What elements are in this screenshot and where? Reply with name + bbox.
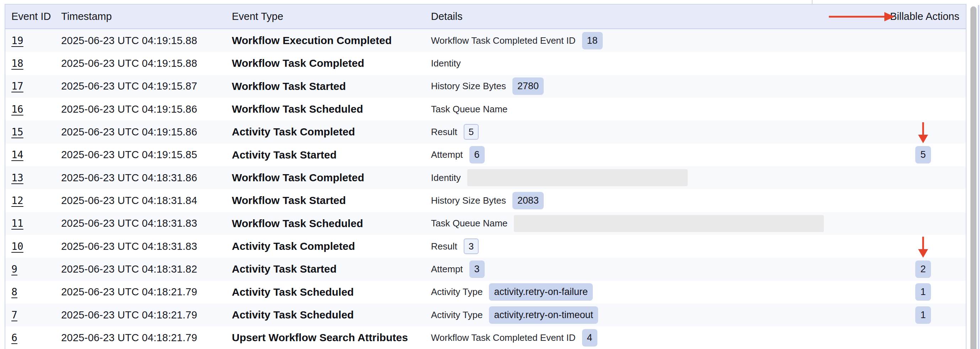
event-id-link[interactable]: 9 [5, 263, 55, 275]
event-type: Workflow Task Started [226, 194, 425, 206]
event-details: Attempt 6 [425, 146, 880, 163]
event-type: Upsert Workflow Search Attributes [226, 332, 425, 344]
event-type: Workflow Task Completed [226, 172, 425, 184]
redacted-value-block [467, 169, 688, 186]
detail-value-badge: 4 [582, 329, 597, 346]
event-details: Result 3 [425, 238, 880, 254]
detail-value-badge: 3 [469, 260, 485, 278]
event-details: History Size Bytes 2780 [425, 78, 880, 95]
column-header-event-id: Event ID [5, 11, 55, 22]
event-details: Identity [425, 58, 880, 69]
event-id-link[interactable]: 19 [5, 35, 55, 46]
detail-label: Attempt [431, 149, 463, 160]
table-row: 15 2025-06-23 UTC 04:19:15.86 Activity T… [5, 121, 966, 143]
detail-label: Attempt [431, 264, 463, 275]
event-details: Attempt 3 [425, 260, 880, 278]
billable-actions-cell [880, 29, 966, 52]
detail-label: Activity Type [431, 309, 482, 320]
detail-label: Task Queue Name [431, 104, 508, 115]
event-id-link[interactable]: 12 [5, 195, 55, 206]
event-timestamp: 2025-06-23 UTC 04:19:15.86 [55, 103, 226, 115]
event-type: Workflow Task Scheduled [226, 217, 425, 230]
event-details: Identity [425, 169, 880, 186]
event-id-link[interactable]: 6 [5, 332, 55, 344]
billable-actions-cell: 5 [880, 144, 966, 166]
detail-label: Identity [431, 58, 461, 69]
detail-label: History Size Bytes [431, 81, 506, 92]
table-row: 7 2025-06-23 UTC 04:18:21.79 Activity Ta… [5, 303, 966, 326]
event-details: Workflow Task Completed Event ID 4 [425, 329, 880, 346]
column-header-event-type: Event Type [226, 11, 425, 22]
table-row: 17 2025-06-23 UTC 04:19:15.87 Workflow T… [5, 75, 966, 98]
table-row: 11 2025-06-23 UTC 04:18:31.83 Workflow T… [5, 212, 966, 235]
event-details: Activity Type activity.retry-on-timeout [425, 306, 880, 324]
detail-value-badge: 2083 [512, 192, 544, 209]
event-type: Activity Task Started [226, 149, 425, 161]
event-details: Task Queue Name [425, 104, 880, 115]
event-id-link[interactable]: 16 [5, 103, 55, 115]
billable-actions-cell [880, 326, 966, 349]
detail-label: History Size Bytes [431, 195, 506, 206]
event-type: Workflow Task Started [226, 80, 425, 92]
billable-actions-cell [880, 121, 966, 143]
detail-value-badge: 5 [464, 124, 479, 140]
billable-actions-cell: 1 [880, 281, 966, 303]
event-details: Activity Type activity.retry-on-failure [425, 283, 880, 301]
table-row: 8 2025-06-23 UTC 04:18:21.79 Activity Ta… [5, 281, 966, 303]
event-type: Activity Task Started [226, 263, 425, 275]
table-body: 19 2025-06-23 UTC 04:19:15.88 Workflow E… [5, 29, 966, 349]
billable-count-badge: 5 [915, 146, 931, 163]
event-id-link[interactable]: 15 [5, 126, 55, 138]
event-id-link[interactable]: 13 [5, 172, 55, 184]
event-type: Activity Task Scheduled [226, 309, 425, 321]
event-details: History Size Bytes 2083 [425, 192, 880, 209]
event-id-link[interactable]: 17 [5, 80, 55, 92]
event-timestamp: 2025-06-23 UTC 04:18:31.84 [55, 195, 226, 206]
red-down-arrow-annotation-icon [917, 236, 929, 258]
event-id-link[interactable]: 18 [5, 57, 55, 69]
event-timestamp: 2025-06-23 UTC 04:19:15.86 [55, 126, 226, 138]
billable-actions-cell [880, 98, 966, 121]
billable-actions-cell [880, 212, 966, 235]
event-id-link[interactable]: 8 [5, 286, 55, 298]
detail-value-badge: 3 [464, 238, 479, 254]
billable-actions-cell: 1 [880, 303, 966, 326]
event-timestamp: 2025-06-23 UTC 04:18:21.79 [55, 309, 226, 321]
billable-count-badge: 1 [915, 306, 931, 324]
billable-actions-cell [880, 235, 966, 258]
table-row: 14 2025-06-23 UTC 04:19:15.85 Activity T… [5, 144, 966, 166]
event-id-link[interactable]: 11 [5, 217, 55, 229]
event-details: Result 5 [425, 124, 880, 140]
billable-actions-cell [880, 189, 966, 212]
table-row: 9 2025-06-23 UTC 04:18:31.82 Activity Ta… [5, 258, 966, 281]
detail-label: Workflow Task Completed Event ID [431, 332, 576, 343]
event-details: Task Queue Name [425, 215, 880, 232]
event-id-link[interactable]: 10 [5, 241, 55, 252]
vertical-scrollbar-thumb[interactable] [970, 6, 977, 349]
event-timestamp: 2025-06-23 UTC 04:19:15.88 [55, 35, 226, 46]
redacted-value-block [514, 215, 824, 232]
column-header-details: Details [425, 11, 880, 22]
table-row: 10 2025-06-23 UTC 04:18:31.83 Activity T… [5, 235, 966, 258]
event-type: Workflow Task Completed [226, 57, 425, 69]
table-row: 19 2025-06-23 UTC 04:19:15.88 Workflow E… [5, 29, 966, 52]
detail-value-badge: 2780 [512, 78, 544, 95]
detail-label: Identity [431, 172, 461, 183]
billable-actions-cell [880, 52, 966, 75]
event-type: Activity Task Scheduled [226, 286, 425, 298]
billable-count-badge: 1 [915, 283, 931, 301]
event-timestamp: 2025-06-23 UTC 04:19:15.88 [55, 57, 226, 69]
red-down-arrow-annotation-icon [917, 122, 929, 143]
billable-actions-cell [880, 75, 966, 98]
detail-label: Result [431, 241, 457, 252]
event-history-table: Event ID Timestamp Event Type Details Bi… [5, 4, 966, 349]
event-timestamp: 2025-06-23 UTC 04:19:15.87 [55, 80, 226, 92]
event-type: Workflow Execution Completed [226, 35, 425, 46]
event-id-link[interactable]: 7 [5, 309, 55, 321]
table-header-row: Event ID Timestamp Event Type Details Bi… [5, 5, 966, 29]
event-id-link[interactable]: 14 [5, 149, 55, 161]
event-timestamp: 2025-06-23 UTC 04:18:31.82 [55, 263, 226, 275]
event-timestamp: 2025-06-23 UTC 04:18:31.86 [55, 172, 226, 184]
detail-value-badge: activity.retry-on-failure [489, 283, 593, 301]
event-type: Activity Task Completed [226, 240, 425, 252]
